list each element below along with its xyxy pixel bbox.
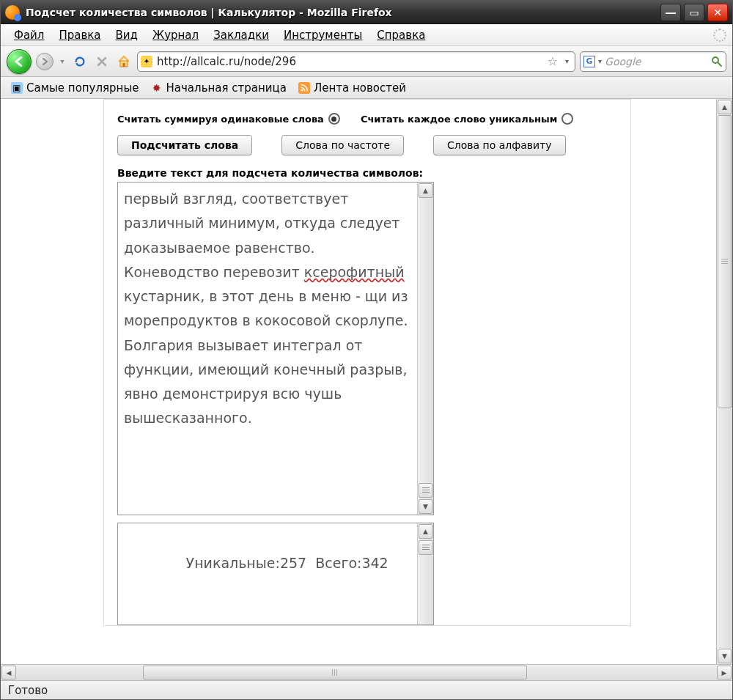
page-panel: Считать суммируя одинаковые слова Считат… xyxy=(103,99,631,626)
results-scrollbar[interactable]: ▲ xyxy=(417,523,433,625)
stop-button[interactable] xyxy=(93,53,111,70)
radio-each-unique[interactable] xyxy=(561,113,573,125)
site-favicon: ✦ xyxy=(141,56,152,67)
scroll-track[interactable] xyxy=(17,665,716,680)
radio-label-1: Считать суммируя одинаковые слова xyxy=(117,114,324,125)
menu-view[interactable]: Вид xyxy=(108,26,145,45)
home-icon xyxy=(117,54,131,69)
url-text[interactable]: http://allcalc.ru/node/296 xyxy=(157,55,543,68)
search-engine-dropdown[interactable]: ▾ xyxy=(598,57,602,65)
bookmark-label: Самые популярные xyxy=(26,81,139,95)
radio-sum-identical[interactable] xyxy=(328,113,340,125)
results-total-label: Всего: xyxy=(315,555,361,571)
scroll-up-icon[interactable]: ▲ xyxy=(718,100,732,114)
scroll-thumb[interactable] xyxy=(143,666,528,679)
bookmark-popular[interactable]: ▣ Самые популярные xyxy=(7,80,144,96)
results-box: Уникальные:257 Всего:342 Частота Слово 1… xyxy=(117,523,434,625)
input-textarea[interactable]: первый взгляд, соответствует различный м… xyxy=(117,182,434,515)
textarea-scrollbar[interactable]: ▲ ▼ xyxy=(417,183,433,515)
menu-history[interactable]: Журнал xyxy=(145,26,206,45)
window-titlebar: Подсчет количества символов | Калькулято… xyxy=(1,1,732,24)
search-bar[interactable]: G ▾ Google xyxy=(580,51,726,72)
navigation-toolbar: ▾ ✦ http://allcalc.ru/node/296 ☆ ▾ G ▾ G… xyxy=(1,46,732,77)
bookmarks-toolbar: ▣ Самые популярные ✸ Начальная страница … xyxy=(1,77,732,99)
menu-edit[interactable]: Правка xyxy=(51,26,108,45)
scroll-left-icon[interactable]: ◀ xyxy=(1,666,16,679)
search-placeholder[interactable]: Google xyxy=(605,56,708,67)
status-bar: Готово xyxy=(1,680,732,699)
forward-button[interactable] xyxy=(36,53,54,70)
bookmark-label: Начальная страница xyxy=(166,81,287,95)
firefox-icon xyxy=(5,5,20,20)
textarea-label: Введите текст для подсчета количества си… xyxy=(117,167,617,179)
results-content: Уникальные:257 Всего:342 Частота Слово 1… xyxy=(118,523,417,625)
results-unique-count: 257 xyxy=(280,555,306,571)
home-button[interactable] xyxy=(115,53,133,70)
scroll-grip-icon[interactable] xyxy=(419,540,432,555)
throbber-icon xyxy=(713,29,726,42)
search-engine-icon[interactable]: G xyxy=(583,56,595,67)
textarea-content[interactable]: первый взгляд, соответствует различный м… xyxy=(118,183,417,515)
radio-label-2: Считать каждое слово уникальным xyxy=(361,114,558,125)
bookmark-news-feed[interactable]: Лента новостей xyxy=(294,80,410,96)
scroll-up-icon[interactable]: ▲ xyxy=(419,183,432,198)
window-title: Подсчет количества символов | Калькулято… xyxy=(26,7,660,18)
scroll-down-icon[interactable]: ▼ xyxy=(419,499,432,514)
status-text: Готово xyxy=(8,684,48,697)
scroll-thumb[interactable] xyxy=(718,115,732,408)
scroll-down-icon[interactable]: ▼ xyxy=(718,649,732,663)
magnifier-icon xyxy=(711,56,723,67)
svg-rect-1 xyxy=(123,63,125,67)
words-by-alpha-button[interactable]: Слова по алфавиту xyxy=(433,135,566,155)
arrow-left-icon xyxy=(14,56,24,67)
scroll-right-icon[interactable]: ▶ xyxy=(717,666,732,679)
scroll-up-icon[interactable]: ▲ xyxy=(419,524,432,539)
window-maximize-button[interactable]: ▭ xyxy=(684,4,704,21)
svg-line-3 xyxy=(718,62,721,66)
svg-point-4 xyxy=(301,89,303,91)
window-close-button[interactable]: ✕ xyxy=(707,4,728,21)
url-dropdown-icon[interactable]: ▾ xyxy=(562,57,572,65)
scroll-grip-icon[interactable] xyxy=(419,483,432,498)
menu-help[interactable]: Справка xyxy=(369,26,432,45)
results-total-count: 342 xyxy=(361,555,388,571)
words-by-freq-button[interactable]: Слова по частоте xyxy=(281,135,404,155)
menu-bookmarks[interactable]: Закладки xyxy=(206,26,276,45)
scroll-track[interactable] xyxy=(717,115,732,648)
arrow-right-icon xyxy=(41,58,48,65)
scroll-track[interactable] xyxy=(418,556,433,625)
window-minimize-button[interactable]: ― xyxy=(660,4,681,21)
reload-icon xyxy=(73,55,86,68)
search-go-button[interactable] xyxy=(711,56,723,67)
menu-file[interactable]: Файл xyxy=(7,26,51,45)
nav-history-dropdown[interactable]: ▾ xyxy=(58,54,67,69)
site-icon: ✸ xyxy=(151,82,163,94)
reload-button[interactable] xyxy=(71,53,89,70)
menu-bar: Файл Правка Вид Журнал Закладки Инструме… xyxy=(1,24,732,46)
url-bar[interactable]: ✦ http://allcalc.ru/node/296 ☆ ▾ xyxy=(137,51,575,72)
bookmark-label: Лента новостей xyxy=(314,81,406,95)
count-words-button[interactable]: Подсчитать слова xyxy=(117,135,252,155)
page-viewport: Считать суммируя одинаковые слова Считат… xyxy=(1,99,716,664)
folder-icon: ▣ xyxy=(11,82,23,94)
misspelled-word: ксерофитный xyxy=(304,264,405,280)
stop-icon xyxy=(96,56,108,67)
results-unique-label: Уникальные: xyxy=(186,555,280,571)
viewport-vertical-scrollbar[interactable]: ▲ ▼ xyxy=(716,99,732,664)
bookmark-star-icon[interactable]: ☆ xyxy=(548,54,558,68)
viewport-horizontal-scrollbar[interactable]: ◀ ▶ xyxy=(1,664,732,680)
back-button[interactable] xyxy=(7,49,32,74)
bookmark-homepage[interactable]: ✸ Начальная страница xyxy=(147,80,291,96)
scroll-track[interactable] xyxy=(418,199,433,482)
menu-tools[interactable]: Инструменты xyxy=(276,26,369,45)
rss-icon xyxy=(298,82,310,94)
